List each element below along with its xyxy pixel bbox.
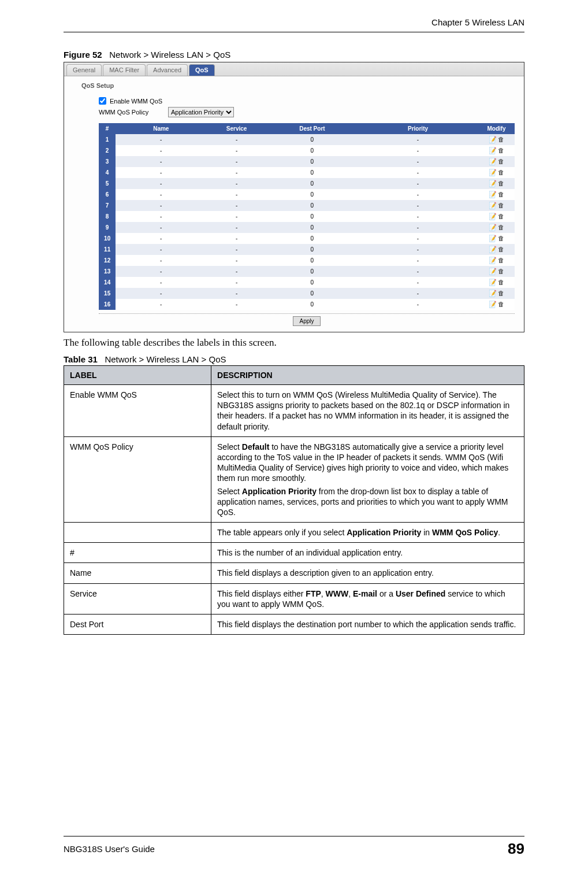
edit-icon[interactable]: 📝 [489,202,497,209]
desc-row: Dest PortThis field displays the destina… [64,615,524,635]
table-row: 2--0-📝🗑 [99,145,515,156]
desc-label: Enable WMM QoS [64,385,211,437]
desc-header-description: DESCRIPTION [211,366,524,385]
delete-icon[interactable]: 🗑 [498,213,504,220]
qos-col-modify: Modify [478,123,515,134]
delete-icon[interactable]: 🗑 [498,301,504,308]
table-row: 4--0-📝🗑 [99,167,515,178]
delete-icon[interactable]: 🗑 [498,136,504,143]
apply-button[interactable]: Apply [293,316,320,326]
table-row: 3--0-📝🗑 [99,156,515,167]
edit-icon[interactable]: 📝 [489,191,497,198]
qos-col-service: Service [206,123,267,134]
table-row: 12--0-📝🗑 [99,255,515,266]
delete-icon[interactable]: 🗑 [498,290,504,297]
figure-label: Figure 52 [64,50,102,60]
enable-wmm-checkbox[interactable] [99,97,106,105]
table-label: Table 31 [64,354,98,364]
delete-icon[interactable]: 🗑 [498,180,504,187]
edit-icon[interactable]: 📝 [489,158,497,165]
intro-text: The following table describes the labels… [64,337,524,349]
description-table: LABELDESCRIPTION Enable WMM QoSSelect th… [64,365,524,635]
table-row: 11--0-📝🗑 [99,244,515,255]
qos-col-name: Name [116,123,206,134]
table-caption: Table 31 Network > Wireless LAN > QoS [64,354,524,364]
desc-text: Select this to turn on WMM QoS (Wireless… [211,385,524,437]
desc-label: WMM QoS Policy [64,436,211,522]
edit-icon[interactable]: 📝 [489,235,497,242]
desc-text: Select Default to have the NBG318S autom… [211,436,524,522]
delete-icon[interactable]: 🗑 [498,169,504,176]
figure-caption: Figure 52 Network > Wireless LAN > QoS [64,50,524,60]
qos-table: #NameServiceDest PortPriorityModify 1--0… [99,123,515,310]
qos-setup-heading: QoS Setup [81,82,524,89]
desc-text: This field displays the destination port… [211,615,524,635]
table-row: 15--0-📝🗑 [99,288,515,299]
edit-icon[interactable]: 📝 [489,279,497,286]
wmm-policy-label: WMM QoS Policy [99,109,168,116]
delete-icon[interactable]: 🗑 [498,268,504,275]
tab-mac-filter[interactable]: MAC Filter [103,64,146,76]
delete-icon[interactable]: 🗑 [498,191,504,198]
desc-row: WMM QoS PolicySelect Default to have the… [64,436,524,522]
delete-icon[interactable]: 🗑 [498,224,504,231]
delete-icon[interactable]: 🗑 [498,147,504,154]
desc-label: Name [64,563,211,583]
desc-row: Enable WMM QoSSelect this to turn on WMM… [64,385,524,437]
screenshot-panel: GeneralMAC FilterAdvancedQoS QoS Setup E… [64,62,524,332]
tab-advanced[interactable]: Advanced [147,64,188,76]
delete-icon[interactable]: 🗑 [498,279,504,286]
table-row: 1--0-📝🗑 [99,134,515,145]
desc-text: This is the number of an individual appl… [211,543,524,563]
edit-icon[interactable]: 📝 [489,301,497,308]
page-footer: NBG318S User's Guide 89 [64,836,524,858]
table-row: 7--0-📝🗑 [99,200,515,211]
desc-label: Service [64,583,211,614]
desc-text: The table appears only if you select App… [211,523,524,543]
edit-icon[interactable]: 📝 [489,169,497,176]
table-row: 6--0-📝🗑 [99,189,515,200]
tab-general[interactable]: General [66,64,102,76]
desc-text: This field displays a description given … [211,563,524,583]
edit-icon[interactable]: 📝 [489,180,497,187]
delete-icon[interactable]: 🗑 [498,257,504,264]
wmm-policy-select[interactable]: Application Priority [168,107,234,117]
table-row: 16--0-📝🗑 [99,299,515,310]
edit-icon[interactable]: 📝 [489,268,497,275]
qos-col-priority: Priority [358,123,478,134]
desc-row: ServiceThis field displays either FTP, W… [64,583,524,614]
desc-row: NameThis field displays a description gi… [64,563,524,583]
tab-bar: GeneralMAC FilterAdvancedQoS [64,62,524,76]
desc-row: #This is the number of an individual app… [64,543,524,563]
delete-icon[interactable]: 🗑 [498,202,504,209]
figure-title: Network > Wireless LAN > QoS [109,50,230,60]
edit-icon[interactable]: 📝 [489,213,497,220]
delete-icon[interactable]: 🗑 [498,158,504,165]
desc-label: Dest Port [64,615,211,635]
tab-qos[interactable]: QoS [189,64,215,76]
header-rule [64,32,524,32]
desc-header-label: LABEL [64,366,211,385]
desc-label [64,523,211,543]
footer-page-number: 89 [508,840,524,858]
edit-icon[interactable]: 📝 [489,257,497,264]
table-row: 14--0-📝🗑 [99,277,515,288]
desc-label: # [64,543,211,563]
table-row: 10--0-📝🗑 [99,233,515,244]
enable-wmm-label: Enable WMM QoS [110,98,162,105]
chapter-header: Chapter 5 Wireless LAN [64,17,524,27]
delete-icon[interactable]: 🗑 [498,246,504,253]
table-row: 8--0-📝🗑 [99,211,515,222]
qos-col--: # [99,123,116,134]
edit-icon[interactable]: 📝 [489,136,497,143]
delete-icon[interactable]: 🗑 [498,235,504,242]
qos-col-dest-port: Dest Port [267,123,358,134]
edit-icon[interactable]: 📝 [489,290,497,297]
edit-icon[interactable]: 📝 [489,147,497,154]
footer-guide: NBG318S User's Guide [64,844,155,854]
table-title: Network > Wireless LAN > QoS [105,354,226,364]
footer-rule [64,836,524,836]
table-row: 13--0-📝🗑 [99,266,515,277]
edit-icon[interactable]: 📝 [489,246,497,253]
edit-icon[interactable]: 📝 [489,224,497,231]
